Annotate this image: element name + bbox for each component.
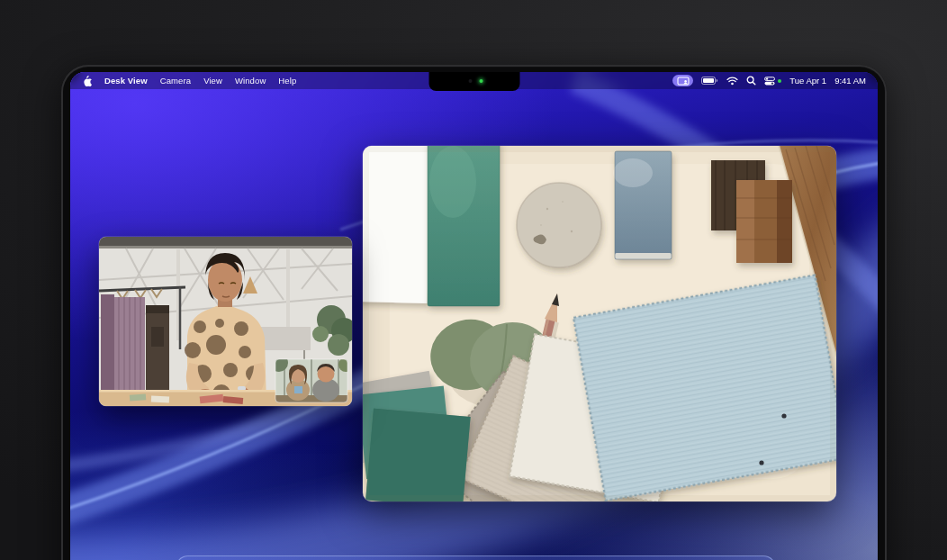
camera-active-dot (778, 79, 781, 83)
wifi-icon[interactable] (726, 77, 738, 86)
menu-item-camera[interactable]: Camera (160, 76, 191, 86)
teal-square-tile-dark (365, 409, 470, 501)
menu-item-help[interactable]: Help (278, 76, 296, 86)
control-center-icon (764, 77, 775, 86)
screenshot-canvas: Desk View Camera View Window Help (0, 0, 947, 560)
bluegray-tile (613, 151, 672, 259)
pip-participants[interactable] (270, 354, 352, 402)
wood-veneer-mid (736, 180, 792, 263)
macbook-bezel: Desk View Camera View Window Help (61, 65, 887, 560)
macbook-screen: Desk View Camera View Window Help (70, 72, 878, 560)
camera-notch (428, 72, 519, 91)
menubar-clock[interactable]: 9:41 AM (834, 76, 866, 86)
bottom-window-edge[interactable] (176, 555, 776, 560)
control-center-button[interactable] (764, 77, 781, 86)
apple-icon (82, 75, 92, 86)
notch-camera-indicator (479, 79, 483, 83)
fabric-dot (781, 413, 786, 418)
fabric-dot (759, 460, 763, 465)
desk-view-window[interactable] (363, 146, 836, 501)
apple-menu[interactable] (82, 75, 92, 86)
video-indicator-button[interactable] (672, 75, 693, 86)
spotlight-icon[interactable] (746, 76, 756, 86)
menu-item-desk-view[interactable]: Desk View (104, 76, 148, 86)
menu-items: Desk View Camera View Window Help (82, 75, 296, 86)
menu-item-window[interactable]: Window (235, 76, 266, 86)
video-indicator-icon (677, 77, 690, 86)
menubar-date[interactable]: Tue Apr 1 (789, 76, 826, 86)
teal-tile (428, 146, 500, 306)
notch-camera-lens (468, 79, 472, 83)
battery-icon[interactable] (701, 77, 718, 85)
white-paper (363, 146, 431, 303)
felt-disc (517, 183, 601, 267)
cabinet (146, 305, 169, 401)
video-call-window[interactable] (99, 237, 352, 406)
desk-view-scene (363, 146, 836, 501)
menu-bar-status: Tue Apr 1 9:41 AM (672, 75, 866, 86)
video-call-scene (99, 237, 352, 406)
menu-item-view[interactable]: View (203, 76, 222, 86)
